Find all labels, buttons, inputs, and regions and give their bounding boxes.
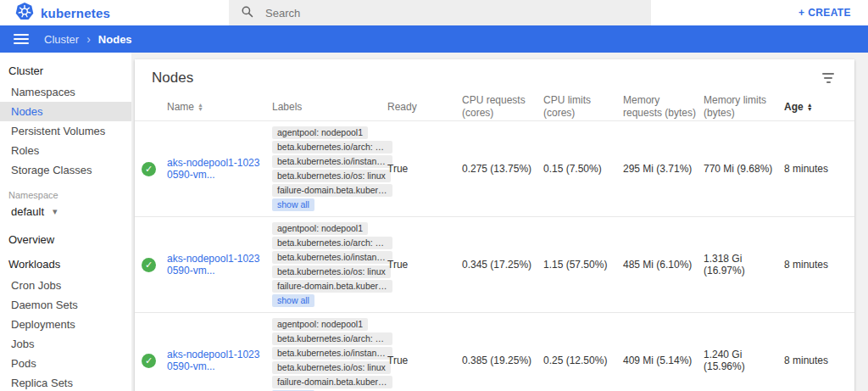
search-icon [241, 5, 253, 21]
column-header-name[interactable]: Name ▲▼ [167, 101, 272, 114]
brand: kubernetes [0, 0, 229, 25]
table-row: ✓ aks-nodepool1-10230590-vm... agentpool… [135, 312, 854, 391]
age-cell: 8 minutes [784, 163, 844, 175]
breadcrumb-bar: Cluster › Nodes [0, 25, 868, 53]
label-chip: failure-domain.beta.kubernet.. [272, 184, 392, 197]
name-cell: aks-nodepool1-10230590-vm... [167, 157, 272, 181]
label-chip: beta.kubernetes.io/instance-t. [272, 347, 392, 360]
labels-cell: agentpool: nodepool1 beta.kubernetes.io/… [272, 313, 387, 391]
sidebar-item-persistent-volumes[interactable]: Persistent Volumes [0, 121, 131, 141]
label-chip: beta.kubernetes.io/instance-t. [272, 155, 392, 168]
memory-limits-cell: 770 Mi (9.68%) [704, 163, 784, 175]
search-input[interactable] [264, 6, 639, 20]
sidebar: Cluster Namespaces Nodes Persistent Volu… [0, 53, 131, 391]
search-bar [229, 0, 651, 25]
label-chip: beta.kubernetes.io/instance-t. [272, 251, 392, 264]
show-all-button[interactable]: show all [272, 198, 314, 211]
breadcrumb-nodes: Nodes [98, 33, 132, 46]
column-header-memory-requests: Memory requests (bytes) [623, 94, 704, 120]
nodes-card: Nodes Name ▲▼ Labels Ready CPU requests … [135, 59, 854, 391]
sidebar-item-cron-jobs[interactable]: Cron Jobs [0, 276, 131, 295]
sidebar-item-storage-classes[interactable]: Storage Classes [0, 160, 131, 180]
chevron-right-icon: › [86, 32, 91, 46]
sidebar-item-jobs[interactable]: Jobs [0, 334, 131, 354]
memory-requests-cell: 295 Mi (3.71%) [623, 163, 704, 175]
topbar-spacer [651, 0, 782, 25]
label-chip: failure-domain.beta.kubernet.. [272, 376, 392, 388]
node-name-link[interactable]: aks-nodepool1-10230590-vm... [167, 157, 259, 181]
page-body: Cluster Namespaces Nodes Persistent Volu… [0, 53, 868, 391]
memory-limits-cell: 1.240 Gi (15.96%) [704, 349, 784, 372]
memory-limits-cell: 1.318 Gi (16.97%) [704, 253, 784, 276]
memory-requests-cell: 409 Mi (5.14%) [623, 355, 704, 366]
show-all-button[interactable]: show all [272, 294, 314, 307]
name-cell: aks-nodepool1-10230590-vm... [167, 349, 272, 372]
labels-cell: agentpool: nodepool1 beta.kubernetes.io/… [272, 121, 387, 216]
memory-requests-cell: 485 Mi (6.10%) [623, 259, 704, 271]
label-chip: agentpool: nodepool1 [272, 318, 368, 331]
label-chip: beta.kubernetes.io/os: linux [272, 170, 391, 182]
sidebar-item-pods[interactable]: Pods [0, 354, 131, 373]
label-chip: failure-domain.beta.kubernet.. [272, 280, 392, 293]
sidebar-item-deployments[interactable]: Deployments [0, 315, 131, 334]
sidebar-section-workloads: Workloads [0, 251, 131, 276]
column-header-age[interactable]: Age ▲▼ [784, 101, 844, 114]
sidebar-item-daemon-sets[interactable]: Daemon Sets [0, 295, 131, 315]
breadcrumb-cluster[interactable]: Cluster [44, 33, 79, 46]
cpu-limits-cell: 0.15 (7.50%) [543, 163, 623, 175]
column-header-memory-limits: Memory limits (bytes) [704, 94, 784, 120]
page-title: Nodes [152, 70, 193, 87]
name-cell: aks-nodepool1-10230590-vm... [167, 253, 272, 276]
sidebar-item-roles[interactable]: Roles [0, 141, 131, 160]
namespace-select[interactable]: default ▾ [0, 202, 131, 223]
cpu-limits-cell: 1.15 (57.50%) [543, 259, 623, 271]
top-bar: kubernetes + CREATE [0, 0, 868, 25]
card-header: Nodes [135, 59, 854, 93]
column-header-labels: Labels [272, 101, 387, 114]
label-chip: beta.kubernetes.io/arch: amd. [272, 237, 392, 249]
create-button[interactable]: + CREATE [782, 0, 868, 25]
sidebar-item-namespaces[interactable]: Namespaces [0, 82, 131, 102]
column-header-cpu-limits: CPU limits (cores) [543, 94, 623, 120]
column-header-name-label: Name [167, 101, 194, 114]
age-cell: 8 minutes [784, 355, 844, 366]
status-cell: ✓ [142, 162, 167, 176]
cpu-limits-cell: 0.25 (12.50%) [543, 355, 623, 366]
sidebar-item-replica-sets[interactable]: Replica Sets [0, 373, 131, 391]
sort-icon[interactable]: ▲▼ [807, 103, 813, 111]
chevron-down-icon: ▾ [53, 206, 58, 217]
ready-cell: True [387, 355, 462, 366]
main-content: Nodes Name ▲▼ Labels Ready CPU requests … [131, 53, 868, 391]
ready-cell: True [387, 163, 462, 175]
sidebar-section-cluster: Cluster [0, 58, 131, 82]
label-chip: beta.kubernetes.io/arch: amd. [272, 332, 392, 345]
sidebar-item-overview[interactable]: Overview [0, 223, 131, 251]
label-chip: agentpool: nodepool1 [272, 222, 368, 235]
brand-name: kubernetes [41, 6, 110, 20]
cpu-requests-cell: 0.275 (13.75%) [462, 163, 543, 175]
node-name-link[interactable]: aks-nodepool1-10230590-vm... [167, 253, 259, 276]
check-circle-icon: ✓ [142, 354, 156, 368]
table-row: ✓ aks-nodepool1-10230590-vm... agentpool… [135, 120, 854, 216]
cpu-requests-cell: 0.345 (17.25%) [462, 259, 543, 271]
column-header-age-label: Age [784, 101, 804, 114]
sort-icon[interactable]: ▲▼ [198, 103, 203, 111]
breadcrumb: Cluster › Nodes [44, 32, 132, 46]
app: kubernetes + CREATE Cluster › Nodes Clus… [0, 0, 868, 391]
check-circle-icon: ✓ [142, 258, 156, 272]
namespace-label: Namespace [0, 180, 131, 202]
label-chip: beta.kubernetes.io/os: linux [272, 265, 391, 278]
label-chip: beta.kubernetes.io/arch: amd. [272, 141, 392, 154]
kubernetes-logo-icon [15, 2, 34, 24]
menu-icon[interactable] [14, 34, 29, 44]
filter-icon[interactable] [819, 70, 837, 87]
column-header-cpu-requests: CPU requests (cores) [462, 94, 543, 120]
table-header-row: Name ▲▼ Labels Ready CPU requests (cores… [135, 93, 854, 120]
cpu-requests-cell: 0.385 (19.25%) [462, 355, 543, 366]
labels-cell: agentpool: nodepool1 beta.kubernetes.io/… [272, 217, 387, 312]
sidebar-item-nodes[interactable]: Nodes [0, 102, 131, 121]
table-row: ✓ aks-nodepool1-10230590-vm... agentpool… [135, 216, 854, 312]
status-cell: ✓ [142, 258, 167, 272]
node-name-link[interactable]: aks-nodepool1-10230590-vm... [167, 349, 259, 372]
column-header-ready: Ready [387, 101, 462, 114]
